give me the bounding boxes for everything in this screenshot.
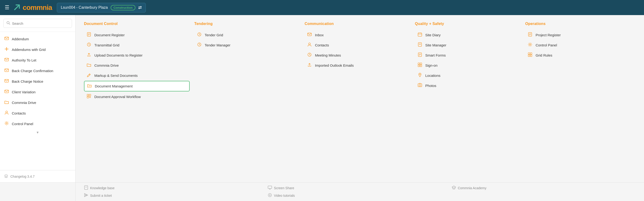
nav-transmittal-grid[interactable]: Transmittal Grid <box>84 40 190 50</box>
video-tutorials-link[interactable]: Video tutorials <box>268 193 452 198</box>
sidebar-changelog[interactable]: Changelog 3.4.7 <box>4 173 71 180</box>
sidebar-label-contacts: Contacts <box>12 111 26 115</box>
sidebar-item-commnia-drive[interactable]: Commnia Drive <box>0 97 75 108</box>
nav-project-register[interactable]: Project Register <box>525 30 631 40</box>
sidebar-item-contacts[interactable]: Contacts <box>0 108 75 119</box>
nav-markup-send[interactable]: Markup & Send Documents <box>84 71 190 80</box>
svg-rect-49 <box>528 53 530 54</box>
nav-label-photos: Photos <box>425 84 436 88</box>
sidebar: Addendum Addendums with Grid Authority T… <box>0 15 76 182</box>
sidebar-item-client-variation[interactable]: Client Variation <box>0 87 75 97</box>
person-icon <box>4 111 9 116</box>
swap-icon[interactable]: ⇄ <box>138 5 142 10</box>
calendar-icon <box>417 32 422 38</box>
svg-rect-55 <box>268 186 272 189</box>
nav-label-site-diary: Site Diary <box>425 33 441 37</box>
envelope-icon <box>4 36 9 42</box>
sidebar-item-addendums-grid[interactable]: Addendums with Grid <box>0 44 75 55</box>
search-wrapper[interactable] <box>3 19 72 28</box>
sidebar-label-control-panel: Control Panel <box>12 122 33 126</box>
nav-sign-on[interactable]: Sign-on <box>415 61 521 70</box>
sidebar-item-back-charge-confirmation[interactable]: Back Charge Confirmation <box>0 65 75 76</box>
search-input[interactable] <box>12 21 69 25</box>
sidebar-item-back-charge-notice[interactable]: Back Charge Notice <box>0 76 75 87</box>
submit-ticket-label: Submit a ticket <box>90 194 112 198</box>
commnia-academy-link[interactable]: Commnia Academy <box>452 186 636 191</box>
sidebar-label-authority: Authority To Let <box>12 58 36 62</box>
logo-arrow-icon <box>13 3 22 12</box>
grid-doc-icon-2 <box>528 52 533 58</box>
svg-rect-5 <box>5 58 8 61</box>
nav-smart-forms[interactable]: Smart Forms <box>415 50 521 60</box>
nav-site-diary[interactable]: Site Diary <box>415 30 521 40</box>
envelope-icon-4 <box>4 79 9 84</box>
topbar: ☰ comm n ia Lsun004 - Canterbury Plaza C… <box>0 0 644 15</box>
project-badge[interactable]: Lsun004 - Canterbury Plaza Construction … <box>57 3 146 12</box>
bottom-section-1: Knowledge base Submit a ticket <box>84 186 268 198</box>
video-tutorials-label: Video tutorials <box>274 194 295 198</box>
nav-document-register[interactable]: Document Register <box>84 30 190 40</box>
nav-grid-rules[interactable]: Grid Rules <box>525 50 631 60</box>
nav-label-grid-rules: Grid Rules <box>536 53 552 57</box>
doc-icon-2 <box>417 42 422 48</box>
construction-tag: Construction <box>111 5 136 10</box>
svg-rect-38 <box>420 63 422 65</box>
svg-rect-18 <box>87 94 89 96</box>
nav-column-communication: Communication Inbox Contacts <box>304 22 415 102</box>
topbar-left: ☰ comm n ia <box>5 3 52 12</box>
search-box <box>0 15 75 32</box>
svg-rect-8 <box>5 90 8 93</box>
nav-tender-grid[interactable]: Tender Grid <box>194 30 300 40</box>
play-icon <box>268 193 272 198</box>
nav-inbox[interactable]: Inbox <box>304 30 410 40</box>
nav-label-document-management: Document Management <box>95 84 132 88</box>
nav-commnia-drive[interactable]: Commnia Drive <box>84 61 190 70</box>
knowledge-base-link[interactable]: Knowledge base <box>84 186 268 191</box>
nav-label-upload-documents: Upload Documents to Register <box>94 53 142 57</box>
nav-label-meeting-minutes: Meeting Minutes <box>315 53 341 57</box>
envelope-icon-3 <box>4 68 9 73</box>
svg-point-48 <box>529 44 531 45</box>
sidebar-label-back-charge-notice: Back Charge Notice <box>12 79 43 83</box>
nav-locations[interactable]: Locations <box>415 71 521 80</box>
svg-rect-50 <box>530 53 532 54</box>
svg-rect-6 <box>5 69 8 72</box>
svg-rect-53 <box>84 186 88 190</box>
screen-share-link[interactable]: Screen Share <box>268 186 452 191</box>
sidebar-label-addendum: Addendum <box>12 37 29 41</box>
svg-rect-7 <box>5 79 8 82</box>
nav-label-project-register: Project Register <box>536 33 561 37</box>
commnia-academy-label: Commnia Academy <box>458 186 486 190</box>
nav-tender-manager[interactable]: Tender Manager <box>194 40 300 50</box>
submit-ticket-link[interactable]: Submit a ticket <box>84 193 268 198</box>
svg-rect-19 <box>89 94 91 96</box>
envelope-icon-2 <box>4 57 9 63</box>
upload-icon <box>86 52 92 58</box>
grid-icon <box>417 63 422 68</box>
nav-label-inbox: Inbox <box>315 33 324 37</box>
nav-upload-documents[interactable]: Upload Documents to Register <box>84 50 190 60</box>
nav-meeting-minutes[interactable]: Meeting Minutes <box>304 50 410 60</box>
nav-site-manager[interactable]: Site Manager <box>415 40 521 50</box>
bottom-main: Knowledge base Submit a ticket S <box>76 183 644 201</box>
folder-doc-icon <box>87 83 92 89</box>
graduation-icon <box>452 186 456 191</box>
nav-label-document-approval: Document Approval Workflow <box>94 95 140 99</box>
nav-panel: Document Control Document Register Tran <box>76 15 644 182</box>
nav-document-management[interactable]: Document Management <box>84 81 190 91</box>
nav-contacts[interactable]: Contacts <box>304 40 410 50</box>
nav-imported-outlook[interactable]: Imported Outlook Emails <box>304 61 410 70</box>
clock-icon <box>86 42 92 48</box>
pencil-icon <box>86 73 92 78</box>
nav-label-tender-grid: Tender Grid <box>205 33 223 37</box>
sidebar-item-control-panel[interactable]: Control Panel <box>0 119 75 129</box>
sidebar-item-authority-to-let[interactable]: Authority To Let <box>0 55 75 65</box>
svg-point-9 <box>6 111 8 113</box>
nav-photos[interactable]: Photos <box>415 81 521 90</box>
nav-label-site-manager: Site Manager <box>425 43 446 47</box>
svg-point-10 <box>6 123 7 124</box>
sidebar-item-addendum[interactable]: Addendum <box>0 34 75 44</box>
hamburger-icon[interactable]: ☰ <box>5 4 10 10</box>
nav-control-panel[interactable]: Control Panel <box>525 40 631 50</box>
nav-document-approval[interactable]: Document Approval Workflow <box>84 92 190 102</box>
